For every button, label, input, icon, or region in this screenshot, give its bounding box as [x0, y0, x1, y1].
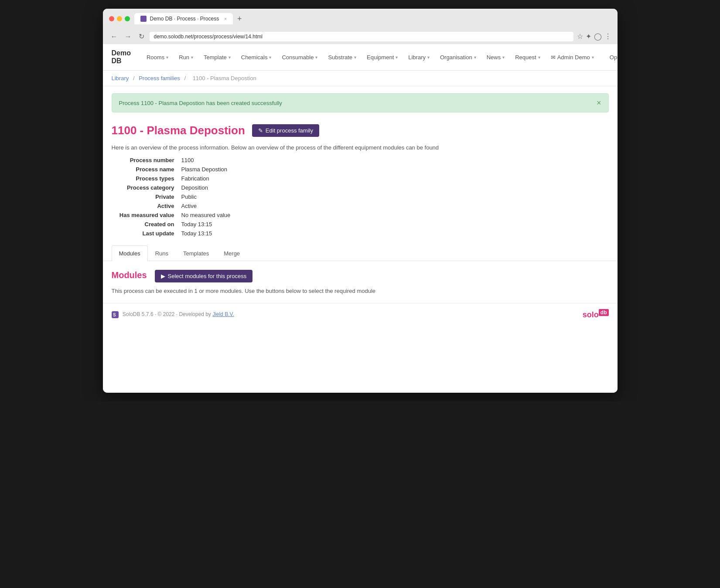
- nav-label-news: News: [487, 54, 501, 61]
- navbar-brand[interactable]: Demo DB: [112, 44, 138, 70]
- chevron-down-icon: ▾: [474, 55, 476, 60]
- menu-icon[interactable]: ⋮: [604, 32, 611, 41]
- nav-item-rooms[interactable]: Rooms ▾: [141, 49, 174, 66]
- value-process-number: 1100: [181, 157, 330, 163]
- extensions-icon[interactable]: ✦: [586, 32, 591, 41]
- nav-item-operator[interactable]: Operator: [604, 49, 618, 66]
- nav-item-consumable[interactable]: Consumable ▾: [276, 49, 323, 66]
- value-process-name: Plasma Depostion: [181, 166, 330, 173]
- edit-process-family-button[interactable]: ✎ Edit process family: [252, 124, 319, 137]
- footer-logo-solo: solo: [583, 310, 599, 319]
- info-table: Process number 1100 Process name Plasma …: [112, 157, 330, 237]
- address-bar-row: ← → ↻ ☆ ✦ ◯ ⋮: [103, 29, 618, 44]
- refresh-button[interactable]: ↻: [137, 31, 146, 41]
- address-input[interactable]: [150, 32, 573, 41]
- nav-label-substrate: Substrate: [328, 54, 352, 61]
- value-process-category: Deposition: [181, 184, 330, 191]
- cursor-icon: ▶: [161, 273, 165, 279]
- nav-item-equipment[interactable]: Equipment ▾: [362, 49, 403, 66]
- breadcrumb-process-families[interactable]: Process families: [139, 75, 180, 82]
- nav-label-admin-demo: Admin Demo: [557, 54, 590, 61]
- nav-label-run: Run: [179, 54, 189, 61]
- tab-merge[interactable]: Merge: [216, 245, 247, 261]
- chevron-down-icon: ▾: [191, 55, 193, 60]
- modules-description: This process can be executed in 1 or mor…: [112, 288, 609, 294]
- browser-tab[interactable]: Demo DB · Process · Process ×: [134, 13, 233, 24]
- svg-text:S: S: [113, 313, 116, 317]
- tab-runs[interactable]: Runs: [148, 245, 176, 261]
- breadcrumb-separator-2: /: [184, 75, 186, 82]
- label-process-name: Process name: [112, 166, 181, 173]
- chevron-down-icon: ▾: [166, 55, 168, 60]
- value-process-types: Fabrication: [181, 175, 330, 182]
- browser-actions: ☆ ✦ ◯ ⋮: [577, 32, 611, 41]
- chevron-down-icon: ▾: [354, 55, 356, 60]
- nav-item-request[interactable]: Request ▾: [510, 49, 545, 66]
- label-created-on: Created on: [112, 221, 181, 228]
- tab-title: Demo DB · Process · Process: [150, 16, 219, 22]
- edit-button-label: Edit process family: [266, 127, 313, 134]
- label-has-measured-value: Has measured value: [112, 212, 181, 218]
- alert-message: Process 1100 - Plasma Depostion has been…: [119, 100, 282, 106]
- bookmark-icon[interactable]: ☆: [577, 32, 583, 41]
- select-modules-label: Select modules for this process: [168, 273, 247, 279]
- chevron-down-icon: ▾: [592, 55, 594, 60]
- chevron-down-icon: ▾: [396, 55, 398, 60]
- forward-button[interactable]: →: [123, 32, 133, 41]
- tabs-nav: Modules Runs Templates Merge: [103, 245, 618, 261]
- nav-item-substrate[interactable]: Substrate ▾: [323, 49, 362, 66]
- value-created-on: Today 13:15: [181, 221, 330, 228]
- nav-item-admin-demo[interactable]: ✉ Admin Demo ▾: [546, 49, 599, 66]
- minimize-button[interactable]: [117, 16, 122, 21]
- nav-item-run[interactable]: Run ▾: [174, 49, 198, 66]
- chevron-down-icon: ▾: [315, 55, 317, 60]
- tab-templates[interactable]: Templates: [176, 245, 216, 261]
- nav-label-equipment: Equipment: [367, 54, 394, 61]
- tab-close-button[interactable]: ×: [224, 17, 227, 21]
- page-content: Demo DB Rooms ▾ Run ▾ Template ▾ Chemica…: [103, 44, 618, 393]
- maximize-button[interactable]: [125, 16, 130, 21]
- footer-logo: solodb: [583, 309, 609, 319]
- profile-icon[interactable]: ◯: [594, 32, 602, 41]
- nav-label-organisation: Organisation: [440, 54, 472, 61]
- nav-label-library: Library: [408, 54, 426, 61]
- label-process-number: Process number: [112, 157, 181, 163]
- alert-close-button[interactable]: ×: [597, 99, 601, 107]
- nav-label-consumable: Consumable: [282, 54, 314, 61]
- value-last-update: Today 13:15: [181, 230, 330, 237]
- process-title: 1100 - Plasma Depostion: [112, 124, 245, 137]
- back-button[interactable]: ←: [109, 32, 119, 41]
- breadcrumb-current: 1100 - Plasma Depostion: [193, 75, 256, 82]
- page-footer: S SoloDB 5.7.6 · © 2022 · Developed by J…: [103, 303, 618, 326]
- select-modules-button[interactable]: ▶ Select modules for this process: [155, 270, 253, 282]
- nav-label-request: Request: [515, 54, 536, 61]
- chevron-down-icon: ▾: [538, 55, 540, 60]
- footer-company-link[interactable]: Jield B.V.: [212, 311, 234, 317]
- chevron-down-icon: ▾: [502, 55, 505, 60]
- nav-items: Rooms ▾ Run ▾ Template ▾ Chemicals ▾ Con…: [141, 49, 546, 66]
- nav-label-chemicals: Chemicals: [241, 54, 268, 61]
- traffic-lights: [109, 16, 130, 21]
- modules-tab-content: Modules ▶ Select modules for this proces…: [103, 261, 618, 303]
- nav-label-template: Template: [204, 54, 227, 61]
- nav-item-chemicals[interactable]: Chemicals ▾: [236, 49, 277, 66]
- tab-modules[interactable]: Modules: [112, 245, 148, 261]
- nav-item-library[interactable]: Library ▾: [403, 49, 435, 66]
- process-info: Process number 1100 Process name Plasma …: [103, 157, 618, 245]
- nav-item-news[interactable]: News ▾: [481, 49, 510, 66]
- nav-item-organisation[interactable]: Organisation ▾: [435, 49, 481, 66]
- modules-section-title: Modules: [112, 270, 147, 280]
- success-alert: Process 1100 - Plasma Depostion has been…: [112, 93, 609, 112]
- chevron-down-icon: ▾: [427, 55, 430, 60]
- new-tab-button[interactable]: +: [237, 15, 242, 23]
- label-last-update: Last update: [112, 230, 181, 237]
- close-button[interactable]: [109, 16, 114, 21]
- user-icon: ✉: [551, 54, 556, 61]
- chevron-down-icon: ▾: [269, 55, 271, 60]
- breadcrumb-library[interactable]: Library: [112, 75, 129, 82]
- footer-text: S SoloDB 5.7.6 · © 2022 · Developed by J…: [112, 311, 234, 318]
- nav-item-template[interactable]: Template ▾: [198, 49, 236, 66]
- navbar-right: ✉ Admin Demo ▾ Operator Admin: [546, 49, 618, 66]
- value-active: Active: [181, 203, 330, 209]
- breadcrumb-separator-1: /: [133, 75, 135, 82]
